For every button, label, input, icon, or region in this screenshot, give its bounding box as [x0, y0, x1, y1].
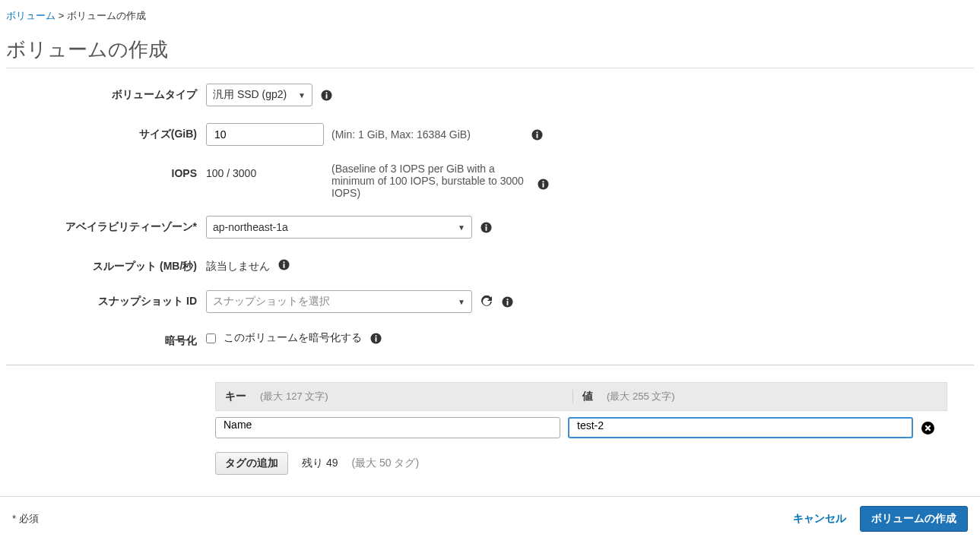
size-hint: (Min: 1 GiB, Max: 16384 GiB)	[331, 128, 471, 141]
encrypt-text: このボリュームを暗号化する	[224, 331, 362, 345]
svg-rect-2	[325, 92, 327, 93]
footer-bar: * 必須 キャンセル ボリュームの作成	[0, 496, 980, 544]
chevron-down-icon: ▼	[458, 223, 465, 232]
iops-value: 100 / 3000	[206, 163, 324, 179]
svg-rect-14	[283, 261, 284, 263]
tag-key-input-wrap	[215, 417, 560, 438]
svg-rect-11	[485, 224, 487, 226]
volume-type-label: ボリュームタイプ	[6, 84, 206, 102]
breadcrumb: ボリューム > ボリュームの作成	[6, 9, 974, 23]
tag-key-input[interactable]	[222, 418, 553, 431]
svg-rect-1	[325, 94, 327, 99]
size-label: サイズ(GiB)	[6, 123, 206, 141]
svg-rect-20	[375, 335, 376, 337]
size-input[interactable]	[213, 128, 317, 141]
divider	[6, 365, 974, 365]
chevron-down-icon: ▼	[458, 298, 465, 306]
az-select[interactable]: ap-northeast-1a ▼	[206, 216, 472, 239]
info-icon[interactable]	[278, 258, 290, 270]
info-icon[interactable]	[501, 296, 513, 308]
tag-row	[215, 417, 947, 438]
svg-rect-10	[485, 226, 487, 231]
required-note: * 必須	[12, 512, 39, 526]
create-volume-button[interactable]: ボリュームの作成	[860, 506, 968, 532]
svg-rect-16	[506, 301, 508, 305]
breadcrumb-sep: >	[59, 10, 65, 21]
svg-rect-5	[537, 131, 538, 133]
refresh-icon[interactable]	[480, 295, 493, 308]
az-value: ap-northeast-1a	[213, 221, 288, 233]
info-icon[interactable]	[480, 221, 492, 233]
tags-key-hint: (最大 127 文字)	[260, 390, 328, 403]
size-input-wrap	[206, 123, 324, 146]
info-icon[interactable]	[369, 332, 382, 344]
breadcrumb-current: ボリュームの作成	[67, 10, 146, 21]
volume-type-select[interactable]: 汎用 SSD (gp2) ▼	[206, 84, 312, 106]
snapshot-placeholder: スナップショットを選択	[213, 295, 330, 308]
page-title: ボリュームの作成	[6, 36, 974, 63]
throughput-value: 該当しません	[206, 255, 270, 273]
add-tag-button[interactable]: タグの追加	[215, 452, 288, 475]
encrypt-label: 暗号化	[6, 330, 206, 348]
info-icon[interactable]	[320, 89, 332, 101]
svg-rect-17	[506, 299, 508, 300]
throughput-label: スループット (MB/秒)	[6, 255, 206, 273]
divider	[6, 68, 974, 68]
tag-value-input-wrap	[568, 417, 913, 438]
tags-value-hint: (最大 255 文字)	[607, 390, 675, 403]
snapshot-label: スナップショット ID	[6, 290, 206, 308]
iops-hint: (Baseline of 3 IOPS per GiB with a minim…	[331, 163, 529, 199]
svg-rect-7	[542, 183, 544, 188]
breadcrumb-parent-link[interactable]: ボリューム	[6, 10, 56, 21]
tags-value-header: 値	[582, 390, 593, 403]
info-icon[interactable]	[537, 178, 549, 190]
encrypt-checkbox[interactable]	[206, 333, 216, 343]
az-label: アベイラビリティーゾーン*	[6, 216, 206, 234]
cancel-button[interactable]: キャンセル	[793, 512, 846, 526]
iops-label: IOPS	[6, 163, 206, 179]
svg-rect-4	[537, 134, 538, 138]
remove-tag-icon[interactable]	[921, 421, 934, 435]
chevron-down-icon: ▼	[298, 91, 306, 100]
tag-value-input[interactable]	[576, 419, 905, 432]
svg-rect-13	[283, 264, 284, 268]
tags-remaining: 残り 49	[302, 457, 338, 470]
tags-max-hint: (最大 50 タグ)	[351, 457, 419, 470]
svg-rect-19	[375, 337, 376, 342]
tags-header: キー (最大 127 文字) 値 (最大 255 文字)	[215, 382, 947, 411]
volume-type-value: 汎用 SSD (gp2)	[213, 88, 287, 102]
svg-rect-8	[542, 181, 544, 182]
tags-key-header: キー	[225, 390, 246, 403]
info-icon[interactable]	[531, 128, 544, 141]
snapshot-select[interactable]: スナップショットを選択 ▼	[206, 290, 472, 313]
